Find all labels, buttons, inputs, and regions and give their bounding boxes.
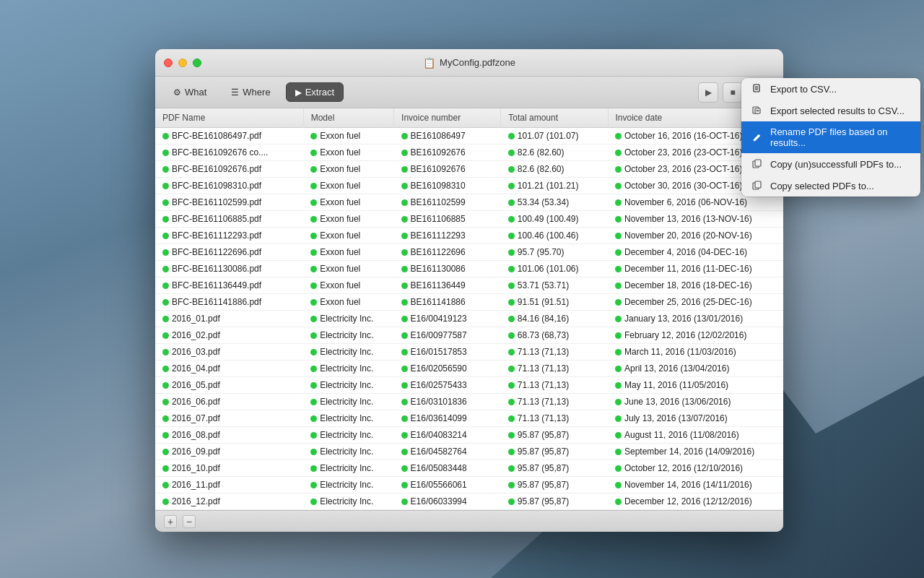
what-button[interactable]: ⚙ What (164, 82, 216, 102)
status-dot (401, 216, 408, 223)
menu-item-copy-unsuccessful[interactable]: Copy (un)successfull PDFs to... (741, 153, 920, 175)
table-row[interactable]: BFC-BE161092676.pdfExxon fuelBE161092676… (155, 161, 783, 178)
cell-text: 2016_05.pdf (172, 380, 220, 390)
stop-icon-btn[interactable]: ■ (723, 82, 743, 103)
table-row[interactable]: BFC-BE161092676 co....Exxon fuelBE161092… (155, 144, 783, 161)
status-dot (310, 349, 317, 355)
cell-text: BE161102599 (411, 197, 466, 207)
cell-text: 101.06 (101.06) (518, 264, 579, 274)
where-button[interactable]: ☰ Where (222, 82, 279, 102)
table-row[interactable]: 2016_08.pdfElectricity Inc.E16/040832149… (155, 427, 783, 444)
cell-text: January 13, 2016 (13/01/2016) (624, 314, 743, 324)
status-dot (615, 233, 622, 239)
table-row[interactable]: 2016_04.pdfElectricity Inc.E16/020565907… (155, 361, 783, 377)
status-dot (508, 482, 515, 488)
traffic-lights (164, 59, 201, 67)
menu-item-copy-selected[interactable]: Copy selected PDFs to... (741, 175, 920, 197)
cell-text: August 11, 2016 (11/08/2016) (624, 430, 739, 440)
table-row[interactable]: 2016_06.pdfElectricity Inc.E16/031018367… (155, 394, 783, 410)
cell-text: November 14, 2016 (14/11/2016) (624, 480, 752, 490)
table-row[interactable]: 2016_01.pdfElectricity Inc.E16/004191238… (155, 311, 783, 327)
cell-text: Exxon fuel (320, 247, 360, 257)
col-header-total[interactable]: Total amount (501, 108, 608, 128)
status-dot (401, 499, 408, 505)
cell-text: December 12, 2016 (12/12/2016) (624, 496, 752, 506)
status-dot (401, 465, 408, 472)
cell-text: Electricity Inc. (320, 430, 373, 440)
col-header-model[interactable]: Model (303, 108, 393, 128)
menu-item-export-csv[interactable]: Export to CSV... (741, 78, 920, 100)
table-row[interactable]: 2016_05.pdfElectricity Inc.E16/025754337… (155, 377, 783, 394)
add-button[interactable]: + (164, 515, 177, 528)
play-icon-btn[interactable]: ▶ (698, 82, 718, 103)
maximize-button[interactable] (193, 59, 201, 67)
extract-button[interactable]: ▶ Extract (286, 82, 344, 102)
table-row[interactable]: BFC-BE161136449.pdfExxon fuelBE161136449… (155, 277, 783, 294)
cell-text: 91.51 (91.51) (518, 297, 569, 307)
table-row[interactable]: BFC-BE161106885.pdfExxon fuelBE161106885… (155, 211, 783, 228)
status-dot (310, 499, 317, 505)
status-dot (162, 366, 169, 372)
col-header-pdfname[interactable]: PDF Name (155, 108, 303, 128)
cell-text: February 12, 2016 (12/02/2016) (624, 330, 746, 340)
cell-text: 101.21 (101.21) (518, 181, 579, 191)
table-row[interactable]: BFC-BE161086497.pdfExxon fuelBE161086497… (155, 128, 783, 144)
status-dot (508, 299, 515, 306)
cell-text: E16/04582764 (411, 447, 467, 457)
table-row[interactable]: 2016_11.pdfElectricity Inc.E16/055660619… (155, 477, 783, 493)
menu-icon-copy-selected (751, 180, 763, 191)
status-dot (162, 332, 169, 339)
cell-text: 2016_10.pdf (172, 463, 220, 473)
cell-text: December 25, 2016 (25-DEC-16) (624, 297, 752, 307)
status-dot (162, 199, 169, 206)
status-dot (401, 299, 408, 306)
table-row[interactable]: 2016_03.pdfElectricity Inc.E16/015178537… (155, 344, 783, 361)
table-row[interactable]: carwash.pdfCar-Wash2019123225 (225,00)De… (155, 510, 783, 511)
table-row[interactable]: BFC-BE161102599.pdfExxon fuelBE161102599… (155, 194, 783, 211)
menu-item-rename-pdf[interactable]: Rename PDF files based on results... (741, 121, 920, 153)
table-row[interactable]: BFC-BE161098310.pdfExxon fuelBE161098310… (155, 178, 783, 194)
menu-item-export-selected-csv[interactable]: Export selected results to CSV... (741, 100, 920, 121)
status-dot (508, 465, 515, 472)
status-dot (310, 366, 317, 372)
status-dot (310, 249, 317, 256)
col-header-invoice[interactable]: Invoice number (394, 108, 501, 128)
table-row[interactable]: BFC-BE161141886.pdfExxon fuelBE161141886… (155, 294, 783, 311)
cell-text: BE161112293 (411, 230, 466, 241)
table-row[interactable]: 2016_12.pdfElectricity Inc.E16/060339949… (155, 493, 783, 510)
status-dot (401, 233, 408, 239)
status-dot (508, 399, 515, 405)
cell-text: 2016_09.pdf (172, 447, 220, 457)
table-row[interactable]: BFC-BE161112293.pdfExxon fuelBE161112293… (155, 228, 783, 244)
minimize-button[interactable] (178, 59, 187, 67)
cell-text: October 30, 2016 (30-OCT-16) (624, 181, 742, 191)
status-dot (310, 299, 317, 306)
table-row[interactable]: 2016_02.pdfElectricity Inc.E16/009775876… (155, 327, 783, 344)
status-dot (401, 266, 408, 272)
close-button[interactable] (164, 59, 173, 67)
status-dot (310, 199, 317, 206)
table-row[interactable]: BFC-BE161130086.pdfExxon fuelBE161130086… (155, 261, 783, 277)
status-dot (162, 415, 169, 422)
remove-button[interactable]: − (183, 515, 196, 528)
cell-text: December 11, 2016 (11-DEC-16) (624, 264, 752, 274)
status-dot (162, 499, 169, 505)
cell-text: 95.87 (95,87) (518, 430, 569, 440)
menu-icon-export-csv (751, 83, 763, 95)
titlebar: 📋 MyConfig.pdfzone (155, 49, 783, 77)
window-title: 📋 MyConfig.pdfzone (423, 57, 515, 69)
cell-text: BFC-BE161102599.pdf (172, 197, 261, 207)
table-container[interactable]: PDF Name Model Invoice number Total amou… (155, 108, 783, 510)
cell-text: Electricity Inc. (320, 330, 373, 340)
status-dot (615, 415, 622, 422)
cell-text: Electricity Inc. (320, 363, 373, 374)
table-row[interactable]: 2016_10.pdfElectricity Inc.E16/050834489… (155, 460, 783, 477)
status-dot (615, 249, 622, 256)
cell-text: BE161122696 (411, 247, 466, 257)
cell-text: 2016_07.pdf (172, 413, 220, 423)
status-dot (162, 316, 169, 322)
table-row[interactable]: 2016_09.pdfElectricity Inc.E16/045827649… (155, 444, 783, 460)
status-dot (615, 482, 622, 488)
table-row[interactable]: BFC-BE161122696.pdfExxon fuelBE161122696… (155, 244, 783, 261)
table-row[interactable]: 2016_07.pdfElectricity Inc.E16/036140997… (155, 410, 783, 427)
